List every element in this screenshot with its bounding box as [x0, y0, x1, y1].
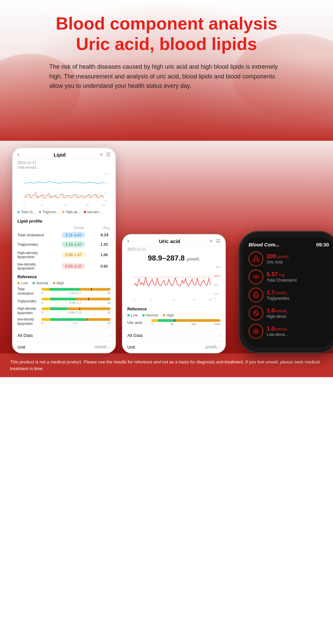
disclaimer-text: This product is not a medical product. P…	[10, 359, 320, 371]
lipid-unit-row-label: Unit	[17, 345, 25, 350]
row-avg-cholesterol: 4.14	[98, 230, 115, 240]
grid-icon[interactable]: ☷	[106, 152, 111, 157]
watch-icon-hdl	[249, 306, 263, 320]
lipid-unit: Unit:mmol/L	[13, 165, 115, 169]
watch-icon-uric	[249, 251, 263, 266]
svg-text:24: 24	[209, 298, 212, 301]
lipid-header-icons: < ☷	[100, 152, 111, 157]
svg-text:100: 100	[214, 293, 218, 296]
svg-text:300: 300	[215, 266, 220, 269]
share-icon[interactable]: <	[100, 152, 103, 157]
uric-chart-area: 300 241.4 200 100 0 0 6 12 18 24	[123, 264, 225, 304]
watch-uric-text: 200 μmol/L Uric Acid	[267, 253, 289, 265]
ref-dot-high	[53, 282, 55, 284]
ref-label-normal: Normal	[36, 281, 48, 285]
uric-reference-section: Reference Low Normal High	[123, 304, 225, 329]
row-avg-triglycerides: 1.25	[98, 240, 115, 249]
uric-ref-title: Reference	[127, 307, 220, 311]
ref-legend-normal: Normal	[32, 281, 48, 285]
uric-unit-value: μmol/L	[205, 345, 217, 349]
lipid-all-data-row[interactable]: All Data ›	[13, 329, 115, 341]
svg-point-43	[254, 329, 258, 334]
ref-row-triglycerides: Triglycerides 0 0.56–1.7 20	[17, 298, 111, 304]
uric-unit-chevron: ›	[219, 344, 220, 350]
legend-label-high-density: High-de...	[66, 210, 80, 214]
ref-row-hdl: High-densitylipoprotein 0 0.96–1.15 20	[17, 306, 111, 315]
uric-ref-row: Uric acid 0 90 360 1000	[127, 319, 220, 326]
row-avg-hdl: 1.06	[98, 249, 115, 260]
watch-icon-triglycerides	[249, 288, 263, 302]
uric-date: 2023-12-21	[123, 246, 225, 251]
hdl-icon	[252, 309, 260, 317]
legend-label-total-chol: Total ch...	[21, 210, 36, 214]
col-avg: Avg.	[98, 225, 115, 230]
legend-dot-green	[39, 211, 41, 213]
legend-triglycerides: Triglyceri...	[39, 210, 59, 214]
lipid-phone-title: Lipid	[54, 152, 66, 158]
uric-phone-title: Uric acid	[159, 238, 180, 244]
row-range-cholesterol: 3.11–4.47	[60, 230, 98, 240]
ref-row-label-hdl: High-densitylipoprotein	[17, 306, 42, 315]
watch-metric-uric: 200 μmol/L Uric Acid	[249, 251, 329, 266]
ref-label-low: Low	[21, 281, 28, 285]
watch-uric-value: 200 μmol/L	[267, 253, 289, 260]
watch-triglycerides-text: 1.7mmol/L Triglycerides	[267, 289, 289, 301]
ref-bar-cholesterol: 0 2.8–5.17 20	[42, 288, 111, 295]
svg-point-40	[254, 311, 256, 313]
uric-value-display: 98.9–287.8 μmol/L	[123, 251, 225, 264]
lipid-back-arrow[interactable]: ‹	[17, 152, 19, 158]
uric-ref-dot-low	[127, 314, 130, 316]
legend-label-low-density: low-den...	[87, 210, 102, 214]
ref-row-label-ldl: low-densitylipoprotein	[17, 317, 42, 326]
svg-point-30	[257, 259, 259, 262]
uric-all-data-row[interactable]: All Data ›	[123, 329, 225, 341]
svg-text:12: 12	[173, 298, 176, 301]
cholesterol-icon	[252, 273, 260, 281]
lipid-phone-header: ‹ Lipid < ☷	[13, 148, 115, 159]
hero-title-line2: Uric acid, blood lipids	[76, 34, 257, 54]
svg-text:0: 0	[214, 297, 215, 300]
watch-triglycerides-label: Triglycerides	[267, 296, 289, 301]
watch-icon-cholesterol	[249, 270, 263, 284]
watch-hdl-label: High-densi...	[267, 314, 289, 319]
legend-dot-red	[84, 211, 86, 213]
uric-share-icon[interactable]: <	[210, 238, 213, 244]
lipid-unit-row[interactable]: Unit mmol/L ›	[13, 341, 115, 353]
watch-cholesterol-label: Total Cholesterol	[267, 278, 296, 283]
watch-hdl-text: 1.0mmol/L High-densi...	[267, 307, 289, 319]
watch-metric-hdl: 1.0mmol/L High-densi...	[249, 306, 329, 320]
ldl-icon	[252, 327, 260, 336]
svg-text:18: 18	[192, 298, 195, 301]
watch-icon-ldl	[249, 324, 263, 339]
watch-metric-cholesterol: 5.57 mg Total Cholesterol	[249, 270, 329, 284]
ref-label-high: High	[57, 281, 64, 285]
row-range-ldl: 0.53–2.37	[60, 260, 98, 272]
ref-row-label-cholesterol: Totalcholesterol	[17, 287, 42, 296]
lipid-date: 2023-12-21	[13, 159, 115, 165]
row-label-triglycerides: Triglycerides	[13, 240, 60, 249]
row-label-hdl: High-densitylipoprotein	[13, 249, 60, 260]
uric-grid-icon[interactable]: ☷	[216, 238, 220, 244]
svg-point-28	[255, 256, 257, 258]
lipid-phone-card: ‹ Lipid < ☷ 2023-12-21 Unit:mmol/L 6	[12, 148, 116, 353]
watch-hdl-value: 1.0mmol/L	[267, 307, 289, 314]
uric-ref-label-normal: Normal	[146, 313, 158, 317]
legend-dot-blue	[17, 211, 20, 213]
svg-text:18: 18	[86, 203, 89, 207]
uric-back-arrow[interactable]: ‹	[127, 238, 129, 244]
uric-ref-dot-high	[163, 314, 165, 316]
svg-text:2: 2	[105, 191, 107, 194]
table-row: low-densitylipoprotein 0.53–2.37 0.92	[13, 260, 115, 272]
svg-text:4: 4	[105, 182, 107, 185]
row-range-triglycerides: 1.13–1.47	[60, 240, 98, 249]
smartwatch-wrap: Blood Com... 09:30	[232, 231, 333, 353]
lipid-data-table: Range Avg. Total cholesterol 3.11–4.47 4…	[13, 225, 115, 272]
uric-unit-row[interactable]: Unit μmol/L ›	[123, 341, 225, 353]
uric-unit-right: μmol/L ›	[205, 344, 220, 350]
watch-time: 09:30	[316, 242, 329, 247]
row-label-cholesterol: Total cholesterol	[13, 230, 60, 240]
uric-ref-bar-wrap: 0 90 360 1000	[151, 319, 220, 326]
uric-value-number: 98.9–287.8	[148, 254, 185, 262]
uric-ref-legend-low: Low	[127, 313, 138, 317]
uric-ref-legend-normal: Normal	[142, 313, 158, 317]
